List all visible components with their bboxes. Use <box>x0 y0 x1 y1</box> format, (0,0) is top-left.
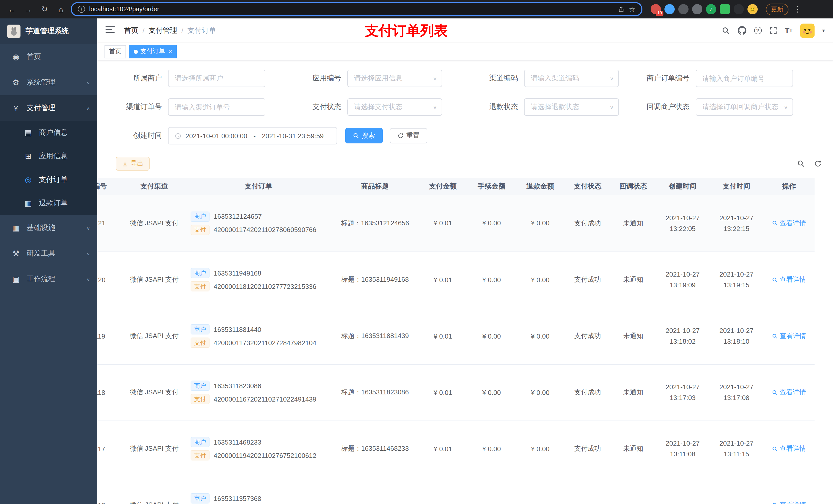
sidebar-item-label: 首页 <box>27 52 41 62</box>
pay-status: 支付成功 <box>565 364 611 421</box>
github-icon[interactable] <box>737 26 746 35</box>
channel-order-no: 4200001174202110278060590766 <box>214 226 316 234</box>
pay-time: 2021-10-2713:11:15 <box>710 421 763 477</box>
table-header-row: 编号 支付渠道 支付订单 商品标题 支付金额 手续金额 退款金额 支付状态 回调… <box>97 178 814 195</box>
font-size-icon[interactable]: TT <box>785 26 792 35</box>
merchant-order-no: 1635311949168 <box>214 269 261 277</box>
export-button[interactable]: 导出 <box>116 157 149 171</box>
placeholder-text: 请选择退款状态 <box>531 102 579 112</box>
pay-time <box>710 477 763 504</box>
extension-icon[interactable]: 🙂 <box>747 4 758 14</box>
sidebar-item-home[interactable]: ◉ 首页 <box>0 44 97 70</box>
chevron-down-icon: ∨ <box>86 80 90 85</box>
bookmark-star-icon[interactable]: ☆ <box>629 5 635 13</box>
app-select[interactable]: 请选择应用信息∨ <box>347 70 442 87</box>
view-detail-link[interactable]: 查看详情 <box>772 444 806 453</box>
notify-status: 未通知 <box>611 195 656 251</box>
pay-amount: ¥ 0.01 <box>419 364 467 421</box>
avatar[interactable] <box>800 23 814 38</box>
notify-status <box>611 477 656 504</box>
toggle-search-icon[interactable] <box>797 160 805 167</box>
placeholder-text: 请选择应用信息 <box>354 74 402 83</box>
merchant-order-no: 1635311823086 <box>214 382 261 389</box>
pay-status: 支付成功 <box>565 421 611 477</box>
sidebar-item-app-info[interactable]: ⊞ 应用信息 <box>0 144 97 168</box>
reset-button[interactable]: 重置 <box>390 128 427 143</box>
view-detail-link[interactable]: 查看详情 <box>772 331 806 341</box>
breadcrumb-home[interactable]: 首页 <box>124 26 138 35</box>
hamburger-icon[interactable] <box>105 25 116 35</box>
pay-status-select[interactable]: 请选择支付状态∨ <box>347 98 442 116</box>
caret-down-icon[interactable]: ▾ <box>822 28 825 33</box>
refund-amount: ¥ 0.00 <box>516 251 565 308</box>
pay-tag: 支付 <box>191 281 210 291</box>
view-detail-link[interactable]: 查看详情 <box>772 219 806 228</box>
browser-update-button[interactable]: 更新 <box>766 3 788 15</box>
tab-label: 支付订单 <box>140 47 165 56</box>
address-bar[interactable]: i localhost:1024/pay/order ☆ <box>71 2 642 16</box>
sidebar-item-dev-tools[interactable]: ⚒ 研发工具 ∨ <box>0 241 97 266</box>
extension-icon[interactable]: 10 <box>651 4 661 14</box>
chevron-down-icon: ∨ <box>610 76 614 81</box>
pay-channel: 微信 JSAPI 支付 <box>123 421 186 477</box>
view-detail-label: 查看详情 <box>780 444 806 453</box>
sidebar-item-system[interactable]: ⚙ 系统管理 ∨ <box>0 70 97 95</box>
search-icon[interactable] <box>721 26 730 34</box>
help-icon[interactable]: ? <box>754 27 762 34</box>
sidebar-item-infrastructure[interactable]: ▦ 基础设施 ∨ <box>0 215 97 241</box>
reload-icon[interactable]: ↻ <box>38 3 51 16</box>
refund-status-select[interactable]: 请选择退款状态∨ <box>524 98 619 116</box>
pay-amount <box>419 477 467 504</box>
view-detail-label: 查看详情 <box>780 331 806 341</box>
view-detail-link[interactable]: 查看详情 <box>772 275 806 284</box>
extension-icon[interactable] <box>678 4 689 14</box>
merchant-select[interactable]: 请选择所属商户 <box>168 70 265 87</box>
extension-icon[interactable] <box>692 4 703 14</box>
sidebar-item-pay-order[interactable]: ◎ 支付订单 <box>0 168 97 192</box>
close-icon[interactable]: × <box>169 48 172 55</box>
share-icon[interactable] <box>618 6 625 13</box>
date-range-picker[interactable]: 2021-10-01 00:00:00 - 2021-10-31 23:59:5… <box>168 127 337 144</box>
filter-label: 渠道编码 <box>473 74 524 83</box>
home-icon[interactable]: ⌂ <box>54 3 68 16</box>
sidebar-item-label: 系统管理 <box>27 78 55 87</box>
pay-order-cell: 商户1635311357368 支付 <box>186 477 331 504</box>
refund-amount: ¥ 0.00 <box>516 195 565 251</box>
pay-channel: 微信 JSAPI 支付 <box>123 477 186 504</box>
sidebar-item-refund-order[interactable]: ▥ 退款订单 <box>0 192 97 215</box>
tab-pay-order[interactable]: 支付订单 × <box>129 45 177 58</box>
fullscreen-icon[interactable] <box>769 27 777 34</box>
forward-icon[interactable]: → <box>22 3 35 16</box>
pay-time: 2021-10-2713:17:08 <box>710 364 763 421</box>
placeholder-text: 请输入渠道编码 <box>531 74 579 83</box>
sidebar-item-workflow[interactable]: ▣ 工作流程 ∨ <box>0 266 97 292</box>
channel-order-no: 4200001181202110277723215336 <box>214 283 316 290</box>
filter-label: 渠道订单号 <box>112 102 168 112</box>
extension-icon[interactable]: Z <box>706 4 716 14</box>
view-detail-label: 查看详情 <box>780 219 806 228</box>
extension-icon[interactable] <box>664 4 675 14</box>
channel-order-no-input[interactable] <box>168 98 265 116</box>
notify-status-select[interactable]: 请选择订单回调商户状态∨ <box>696 98 793 116</box>
sidebar-item-payment[interactable]: ¥ 支付管理 ∧ <box>0 95 97 121</box>
refresh-icon[interactable] <box>814 160 822 167</box>
sidebar-item-merchant-info[interactable]: ▤ 商户信息 <box>0 121 97 144</box>
view-detail-link[interactable]: 查看详情 <box>772 388 806 397</box>
pay-status <box>565 477 611 504</box>
pay-status: 支付成功 <box>565 251 611 308</box>
menu-kebab-icon[interactable]: ⋮ <box>793 5 801 14</box>
channel-code-select[interactable]: 请输入渠道编码∨ <box>524 70 619 87</box>
tab-home[interactable]: 首页 <box>104 45 126 58</box>
view-detail-link[interactable]: 查看详情 <box>772 500 806 504</box>
merchant-order-no-input[interactable] <box>696 70 793 87</box>
page-title-annotation: 支付订单列表 <box>365 21 448 40</box>
extension-icon[interactable] <box>734 4 744 14</box>
search-button[interactable]: 搜索 <box>345 128 383 143</box>
site-info-icon[interactable]: i <box>78 6 85 13</box>
extension-icon[interactable] <box>720 4 730 14</box>
breadcrumb-pay-management[interactable]: 支付管理 <box>148 26 177 35</box>
order-id: 121 <box>97 195 123 251</box>
filter-label: 退款状态 <box>473 102 524 112</box>
order-id: 117 <box>97 421 123 477</box>
back-icon[interactable]: ← <box>5 3 19 16</box>
